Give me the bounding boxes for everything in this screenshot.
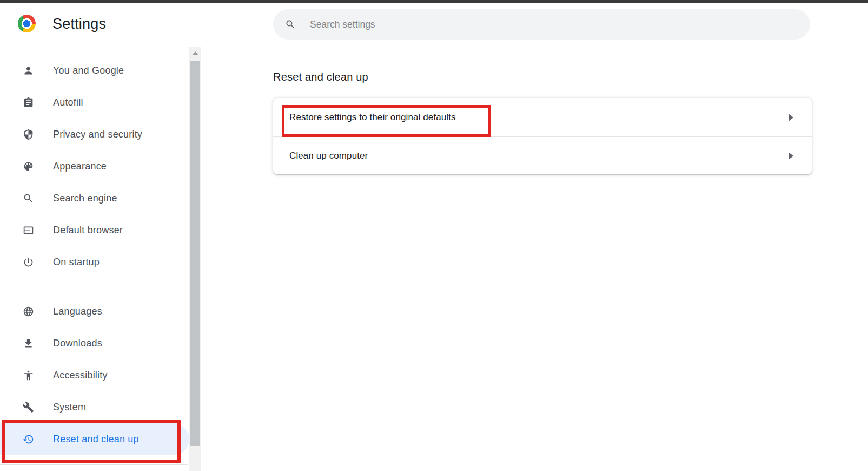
scrollbar-up-button[interactable] — [189, 47, 201, 59]
globe-icon — [23, 306, 34, 317]
wrench-icon — [23, 402, 34, 413]
sidebar-item-privacy-and-security[interactable]: Privacy and security — [0, 119, 189, 151]
sidebar-item-label: Downloads — [53, 338, 102, 349]
chrome-logo-icon — [18, 15, 36, 32]
reset-and-clean-up-card: Restore settings to their original defau… — [273, 98, 812, 174]
search-icon — [285, 19, 296, 30]
page-title: Settings — [52, 16, 106, 32]
sidebar-item-label: System — [53, 402, 86, 413]
autofill-clipboard-icon — [23, 97, 34, 108]
window-top-edge — [0, 0, 868, 3]
scrollbar-thumb[interactable] — [190, 61, 200, 446]
sidebar-item-label: Privacy and security — [53, 129, 142, 140]
magnifier-icon — [23, 193, 34, 204]
restore-settings-row[interactable]: Restore settings to their original defau… — [273, 98, 812, 136]
browser-window-icon — [23, 225, 34, 236]
sidebar-divider — [0, 287, 189, 287]
sidebar-nav: You and Google Autofill Privacy and secu… — [0, 55, 189, 455]
sidebar-item-label: Accessibility — [53, 370, 108, 381]
sidebar-item-search-engine[interactable]: Search engine — [0, 182, 189, 214]
sidebar-item-you-and-google[interactable]: You and Google — [0, 55, 189, 87]
search-input[interactable] — [310, 19, 764, 30]
sidebar-item-label: You and Google — [53, 65, 124, 76]
palette-icon — [23, 161, 34, 172]
sidebar-item-appearance[interactable]: Appearance — [0, 151, 189, 182]
person-icon — [23, 65, 34, 76]
sidebar-scrollbar[interactable] — [189, 47, 201, 471]
sidebar-item-label: Languages — [53, 306, 102, 317]
download-icon — [23, 338, 34, 349]
sidebar-item-label: Default browser — [53, 225, 123, 236]
chevron-right-icon — [789, 152, 793, 160]
power-icon — [23, 257, 34, 268]
sidebar-item-label: Reset and clean up — [53, 434, 139, 445]
sidebar-item-on-startup[interactable]: On startup — [0, 246, 189, 278]
shield-icon — [23, 129, 34, 140]
sidebar-bottom-divider — [0, 464, 188, 465]
sidebar-item-accessibility[interactable]: Accessibility — [0, 359, 189, 391]
sidebar-item-reset-and-clean-up[interactable]: Reset and clean up — [0, 423, 189, 455]
chevron-right-icon — [789, 114, 793, 121]
sidebar-item-downloads[interactable]: Downloads — [0, 328, 189, 359]
sidebar-item-label: Autofill — [53, 97, 83, 108]
sidebar-item-autofill[interactable]: Autofill — [0, 87, 189, 119]
sidebar-item-label: On startup — [53, 257, 100, 268]
sidebar-item-label: Search engine — [53, 193, 117, 204]
clean-up-computer-row[interactable]: Clean up computer — [273, 137, 812, 174]
accessibility-icon — [23, 370, 34, 381]
search-bar[interactable] — [273, 9, 810, 40]
restore-settings-row-label: Restore settings to their original defau… — [289, 112, 456, 123]
sidebar-item-languages[interactable]: Languages — [0, 296, 189, 328]
clean-up-computer-row-label: Clean up computer — [289, 151, 368, 161]
sidebar-item-default-browser[interactable]: Default browser — [0, 214, 189, 246]
section-title: Reset and clean up — [273, 71, 368, 83]
sidebar-item-system[interactable]: System — [0, 391, 189, 423]
restore-clock-icon — [23, 434, 34, 445]
sidebar-item-label: Appearance — [53, 161, 107, 172]
